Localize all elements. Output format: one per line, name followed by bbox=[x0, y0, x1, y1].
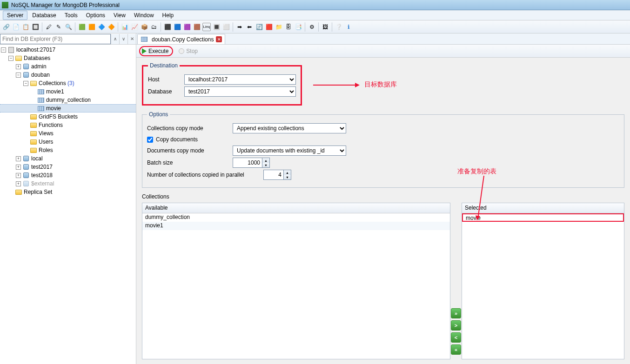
toolbar-btn[interactable]: 📈 bbox=[130, 23, 139, 31]
toolbar-btn[interactable]: 🖊 bbox=[45, 23, 53, 31]
list-item-selected[interactable]: movie bbox=[462, 213, 624, 222]
destination-legend: Destination bbox=[148, 62, 180, 69]
selected-list[interactable]: movie bbox=[462, 213, 624, 359]
docs-mode-select[interactable]: Update documents with existing _id bbox=[233, 146, 346, 156]
toolbar-btn[interactable]: ⚙ bbox=[308, 23, 316, 31]
tree-db-admin[interactable]: + admin bbox=[0, 62, 136, 71]
toolbar-btn[interactable]: ⬛ bbox=[163, 23, 172, 31]
toolbar-btn[interactable]: Linq bbox=[202, 23, 211, 31]
tree-collection-item[interactable]: dummy_collection bbox=[0, 96, 136, 104]
toolbar-btn[interactable]: 🔶 bbox=[107, 23, 115, 31]
menu-help[interactable]: Help bbox=[159, 11, 178, 20]
parallel-input[interactable] bbox=[263, 170, 284, 180]
toolbar-btn[interactable]: 🟪 bbox=[183, 23, 191, 31]
toolbar-btn[interactable]: 🟫 bbox=[193, 23, 201, 31]
toolbar-btn[interactable]: 🔍 bbox=[64, 23, 73, 31]
tree-databases[interactable]: − Databases bbox=[0, 54, 136, 62]
info-icon[interactable]: ℹ bbox=[344, 23, 353, 31]
toolbar-btn[interactable]: 🟦 bbox=[173, 23, 181, 31]
batch-size-label: Batch size bbox=[147, 159, 228, 166]
toolbar-btn[interactable]: 📋 bbox=[21, 23, 30, 31]
expand-icon[interactable]: − bbox=[1, 47, 6, 53]
help-icon[interactable]: ❔ bbox=[335, 23, 343, 31]
database-select[interactable]: test2017 bbox=[184, 86, 296, 97]
find-expand-btn[interactable]: ∨ bbox=[119, 34, 127, 44]
toolbar-btn[interactable]: 📦 bbox=[140, 23, 148, 31]
expand-icon[interactable]: + bbox=[16, 64, 21, 69]
move-left-button[interactable]: < bbox=[451, 332, 461, 343]
list-item[interactable]: dummy_collection bbox=[142, 213, 450, 222]
toolbar-btn[interactable]: 🗄 bbox=[284, 23, 293, 31]
toolbar-btn[interactable]: 🔳 bbox=[212, 23, 221, 31]
tree-functions[interactable]: Functions bbox=[0, 121, 136, 129]
tree-users[interactable]: Users bbox=[0, 138, 136, 146]
tree-collections[interactable]: − Collections (3) bbox=[0, 79, 136, 87]
toolbar-btn[interactable]: 🗂 bbox=[150, 23, 158, 31]
move-all-right-button[interactable]: » bbox=[451, 308, 461, 318]
app-icon bbox=[2, 2, 8, 8]
find-collapse-btn[interactable]: ∧ bbox=[111, 34, 119, 44]
menu-view[interactable]: View bbox=[110, 11, 129, 20]
tree-db-external[interactable]: + $external bbox=[0, 179, 136, 188]
tab-copy-collections[interactable]: douban.Copy Collections ✕ bbox=[137, 34, 225, 44]
tree-gridfs[interactable]: GridFS Buckets bbox=[0, 113, 136, 121]
expand-icon[interactable]: + bbox=[16, 156, 21, 161]
folder-icon bbox=[30, 147, 37, 153]
execute-button[interactable]: Execute bbox=[139, 46, 173, 56]
explorer-search-input[interactable] bbox=[0, 34, 111, 44]
toolbar-btn[interactable]: 🔷 bbox=[97, 23, 106, 31]
tree-db-test2017[interactable]: + test2017 bbox=[0, 163, 136, 171]
expand-icon[interactable]: − bbox=[8, 56, 13, 61]
menu-database[interactable]: Database bbox=[28, 11, 60, 20]
move-all-left-button[interactable]: « bbox=[451, 344, 461, 355]
toolbar-btn[interactable]: ⬅ bbox=[245, 23, 254, 31]
toolbar-btn[interactable]: 🟧 bbox=[87, 23, 96, 31]
list-item[interactable]: movie1 bbox=[142, 222, 450, 230]
toolbar-btn[interactable]: 📑 bbox=[294, 23, 302, 31]
expand-icon[interactable]: + bbox=[16, 173, 21, 178]
tree-server[interactable]: − localhost:27017 bbox=[0, 46, 136, 54]
tree-views[interactable]: Views bbox=[0, 129, 136, 138]
folder-icon bbox=[30, 122, 37, 128]
parallel-spinner[interactable]: ▲▼ bbox=[284, 170, 291, 180]
tree-replica-set[interactable]: Replica Set bbox=[0, 188, 136, 196]
find-close-btn[interactable]: ✕ bbox=[127, 34, 136, 44]
expand-icon[interactable]: + bbox=[16, 165, 21, 170]
toolbar-btn[interactable]: 📊 bbox=[121, 23, 129, 31]
expand-icon[interactable]: − bbox=[23, 81, 28, 86]
tree-roles[interactable]: Roles bbox=[0, 146, 136, 154]
toolbar-btn[interactable]: 🟩 bbox=[78, 23, 86, 31]
toolbar-btn[interactable]: 🔗 bbox=[2, 23, 10, 31]
toolbar-btn[interactable]: 🟥 bbox=[265, 23, 273, 31]
move-right-button[interactable]: > bbox=[451, 320, 461, 331]
expand-icon[interactable]: − bbox=[16, 73, 21, 78]
toolbar-btn[interactable]: ➡ bbox=[235, 23, 244, 31]
expand-icon[interactable]: + bbox=[16, 181, 21, 186]
copy-mode-select[interactable]: Append existing collections bbox=[233, 123, 346, 133]
tree-db-local[interactable]: + local bbox=[0, 154, 136, 163]
toolbar-btn[interactable]: 🔲 bbox=[31, 23, 40, 31]
toolbar-btn[interactable]: 🔄 bbox=[255, 23, 263, 31]
toolbar-btn[interactable]: ✎ bbox=[54, 23, 63, 31]
available-list[interactable]: dummy_collection movie1 bbox=[142, 213, 450, 359]
menu-window[interactable]: Window bbox=[130, 11, 158, 20]
menu-server[interactable]: Server bbox=[3, 11, 27, 20]
tab-close-icon[interactable]: ✕ bbox=[216, 36, 222, 42]
toolbar-btn[interactable]: ⬜ bbox=[222, 23, 230, 31]
table-icon bbox=[37, 97, 45, 103]
folder-icon bbox=[30, 113, 37, 120]
menu-options[interactable]: Options bbox=[82, 11, 109, 20]
tree-db-douban[interactable]: − douban bbox=[0, 71, 136, 79]
copy-documents-checkbox[interactable] bbox=[147, 137, 153, 143]
toolbar-btn[interactable]: 📁 bbox=[275, 23, 283, 31]
host-select[interactable]: localhost:27017 bbox=[184, 74, 296, 85]
tree-db-test2018[interactable]: + test2018 bbox=[0, 171, 136, 179]
batch-spinner[interactable]: ▲▼ bbox=[262, 158, 270, 168]
toolbar-btn[interactable]: 📄 bbox=[12, 23, 20, 31]
tree-collection-item[interactable]: movie1 bbox=[0, 87, 136, 96]
tree-collection-item-movie[interactable]: movie bbox=[0, 104, 136, 113]
toolbar-btn[interactable]: 🖼 bbox=[321, 23, 329, 31]
folder-icon bbox=[30, 139, 37, 145]
batch-size-input[interactable] bbox=[233, 158, 262, 168]
menu-tools[interactable]: Tools bbox=[61, 11, 81, 20]
